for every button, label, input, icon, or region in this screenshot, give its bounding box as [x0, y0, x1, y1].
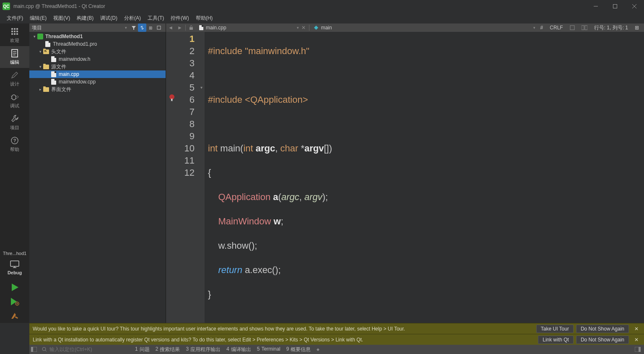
document-icon [10, 49, 19, 58]
toggle-sidebar-button[interactable] [29, 347, 39, 352]
tree-label: ThreadMethod1 [45, 34, 83, 39]
tree-forms-folder[interactable]: ▸ 界面文件 [29, 86, 166, 93]
svg-point-17 [12, 95, 16, 100]
target-project[interactable]: Thre...hod1 [3, 249, 26, 258]
mode-help[interactable]: ? 帮助 [0, 133, 29, 155]
tree-pro-file[interactable]: ThreadMethod1.pro [29, 40, 166, 48]
mode-welcome[interactable]: 欢迎 [0, 24, 29, 46]
bug-icon [10, 92, 19, 102]
debug-run-button[interactable] [9, 296, 20, 307]
menu-bar: 文件(F) 编辑(E) 视图(V) 构建(B) 调试(D) 分析(A) 工具(T… [0, 13, 644, 23]
mode-design[interactable]: 设计 [0, 68, 29, 90]
nav-forward-button[interactable]: ► [175, 23, 184, 32]
close-button[interactable] [625, 0, 644, 13]
chevron-down-icon[interactable]: ▾ [38, 49, 43, 54]
project-tree[interactable]: ▾ ThreadMethod1 ThreadMethod1.pro ▾ 头文件 … [29, 32, 166, 323]
menu-analyze[interactable]: 分析(A) [121, 13, 144, 23]
bookmark-icon[interactable] [568, 23, 576, 32]
tree-header-file[interactable]: mainwindow.h [29, 55, 166, 63]
chevron-down-icon[interactable]: ▾ [32, 34, 37, 39]
svg-point-28 [17, 303, 18, 305]
lock-icon[interactable] [187, 23, 196, 32]
tree-project-root[interactable]: ▾ ThreadMethod1 [29, 33, 166, 40]
dropdown-icon[interactable]: ▾ [125, 26, 127, 30]
close-banner-button[interactable]: ✕ [632, 326, 641, 332]
tree-label: 源文件 [51, 63, 66, 70]
mode-label: 帮助 [10, 146, 19, 153]
add-split-icon[interactable]: ⊞ [146, 23, 155, 32]
folder-icon [43, 64, 49, 70]
svg-rect-30 [157, 26, 161, 29]
toggle-right-sidebar-button[interactable] [635, 347, 641, 352]
split-icon[interactable] [580, 23, 589, 32]
banner-message: Would you like to take a quick UI tour? … [33, 326, 534, 332]
fold-gutter[interactable]: ▾ [198, 32, 205, 325]
link-icon[interactable] [138, 23, 146, 32]
svg-rect-12 [16, 33, 18, 35]
output-issues[interactable]: 1问题 [135, 346, 150, 353]
svg-rect-29 [15, 316, 18, 319]
breakpoint-gutter[interactable]: ⧗ [166, 32, 178, 325]
file-icon [50, 71, 57, 77]
link-qt-button[interactable]: Link with Qt [538, 336, 574, 344]
minimize-button[interactable] [586, 0, 605, 13]
menu-file[interactable]: 文件(F) [3, 13, 26, 23]
build-button[interactable] [9, 310, 20, 321]
code-content[interactable]: #include "mainwindow.h" #include <QAppli… [205, 32, 644, 325]
cursor-position[interactable]: 行号: 1, 列号: 1 [592, 23, 630, 32]
tree-sources-folder[interactable]: ▾ 源文件 [29, 63, 166, 70]
menu-debug[interactable]: 调试(D) [97, 13, 121, 23]
filter-icon[interactable] [130, 23, 138, 32]
code-editor[interactable]: ⧗ 1 2 3 4 5 6 7 8 9 10 11 12 ▾ #include … [166, 32, 644, 325]
symbol-crumb[interactable]: main [310, 25, 335, 31]
output-search[interactable]: 2搜索结果 [156, 346, 180, 353]
fold-toggle[interactable]: ▾ [198, 81, 205, 94]
dropdown-icon[interactable]: ▾ [533, 26, 535, 30]
dismiss-link-button[interactable]: Do Not Show Again [576, 336, 629, 344]
folder-icon [43, 49, 49, 55]
chevron-down-icon[interactable]: ▾ [38, 65, 43, 69]
tree-headers-folder[interactable]: ▾ 头文件 [29, 48, 166, 55]
take-tour-button[interactable]: Take UI Tour [536, 325, 574, 333]
nav-back-button[interactable]: ◄ [166, 23, 175, 32]
file-icon [44, 41, 51, 47]
output-compile[interactable]: 4编译输出 [226, 346, 251, 353]
tree-label: 头文件 [51, 48, 66, 55]
search-icon [42, 347, 47, 352]
locator-input[interactable] [49, 346, 117, 352]
locator[interactable] [39, 346, 131, 352]
svg-point-37 [42, 347, 46, 351]
menu-view[interactable]: 视图(V) [50, 13, 73, 23]
menu-tools[interactable]: 工具(T) [144, 13, 167, 23]
tree-source-mainwindow[interactable]: mainwindow.cpp [29, 78, 166, 86]
close-pane-icon[interactable] [155, 23, 163, 32]
menu-build[interactable]: 构建(B) [73, 13, 97, 23]
kit-selector[interactable]: Debug [0, 258, 29, 278]
chevron-right-icon[interactable]: ▸ [38, 87, 43, 91]
close-document-button[interactable]: ✕ [299, 23, 308, 32]
output-application[interactable]: 3应用程序输出 [186, 346, 221, 353]
line-number: 2 [178, 45, 195, 57]
dismiss-tour-button[interactable]: Do Not Show Again [576, 325, 629, 333]
line-number: 6 [178, 94, 195, 106]
tree-source-main[interactable]: main.cpp [29, 70, 166, 78]
output-general[interactable]: 9概要信息 [286, 346, 311, 353]
menu-widgets[interactable]: 控件(W) [167, 13, 192, 23]
mode-edit[interactable]: 编辑 [0, 46, 29, 68]
run-button[interactable] [9, 282, 20, 293]
mode-debug[interactable]: 调试 [0, 90, 29, 112]
menu-help[interactable]: 帮助(H) [192, 13, 216, 23]
output-menu-icon[interactable]: ◆ [317, 347, 319, 351]
menu-edit[interactable]: 编辑(E) [26, 13, 50, 23]
file-crumb[interactable]: main.cpp [196, 25, 230, 31]
line-number-gutter[interactable]: 1 2 3 4 5 6 7 8 9 10 11 12 [178, 32, 198, 325]
add-split-icon[interactable]: ⊞ [633, 23, 641, 32]
line-ending-selector[interactable]: CRLF [548, 23, 564, 32]
maximize-button[interactable] [605, 0, 625, 13]
wrench-icon [10, 114, 19, 123]
breakpoint-marker[interactable]: ⧗ [169, 94, 174, 99]
output-terminal[interactable]: 5Terminal [257, 346, 280, 353]
close-banner-button[interactable]: ✕ [632, 337, 641, 343]
mode-projects[interactable]: 项目 [0, 112, 29, 133]
hash-button[interactable]: # [539, 23, 545, 32]
